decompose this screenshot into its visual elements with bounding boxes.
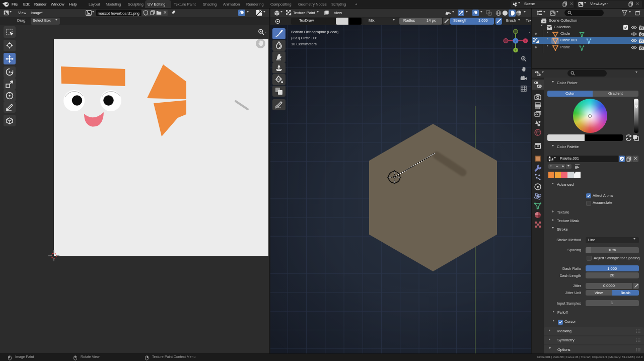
svg-text:Y: Y [515, 48, 517, 52]
svg-text:Z: Z [515, 39, 517, 43]
svg-text:X: X [524, 39, 527, 42]
